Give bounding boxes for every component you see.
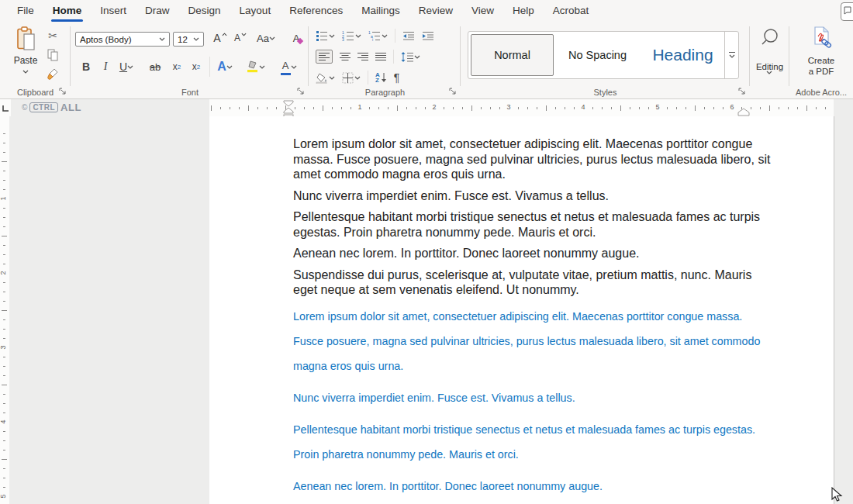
style-normal[interactable]: Normal	[471, 34, 554, 76]
menu-tab-layout[interactable]: Layout	[230, 0, 281, 22]
ruler-tick	[3, 357, 5, 357]
subscript-button[interactable]: x2	[169, 57, 185, 76]
show-hide-marks-button[interactable]: ¶	[394, 71, 400, 84]
sort-button[interactable]: AZ	[375, 72, 387, 83]
format-painter-button[interactable]	[45, 67, 60, 82]
menu-tab-design[interactable]: Design	[179, 0, 230, 22]
ruler-number: 3	[505, 103, 513, 111]
menu-tab-view[interactable]: View	[462, 0, 503, 22]
ruler-tick	[639, 107, 640, 109]
menu-tab-help[interactable]: Help	[503, 0, 544, 22]
font-name-combo[interactable]: Aptos (Body)	[75, 32, 170, 47]
shrink-font-button[interactable]: A	[231, 29, 250, 47]
ruler-tick	[3, 413, 5, 413]
styles-gallery: NormalNo SpacingHeading	[468, 31, 739, 79]
align-right-button[interactable]	[357, 52, 368, 61]
justify-button[interactable]	[375, 52, 386, 61]
bullet-list-icon	[316, 30, 328, 41]
paragraph-line: massa. Fusce posuere, magna sed pulvinar…	[293, 152, 766, 167]
chevron-down-icon	[766, 71, 772, 74]
underline-glyph: U	[119, 60, 127, 73]
borders-button[interactable]	[342, 72, 361, 84]
ruler-number: 1	[356, 103, 364, 111]
paint-bucket-icon	[316, 72, 328, 84]
menu-tab-references[interactable]: References	[280, 0, 352, 22]
ruler-tick	[3, 143, 5, 143]
paragraph: Suspendisse dui purus, scelerisque at, v…	[293, 268, 766, 298]
paragraph: Aenean nec lorem. In porttitor. Donec la…	[293, 474, 766, 499]
copy-button[interactable]	[45, 47, 60, 63]
ctrl-all-watermark: © CTRL ALL	[22, 102, 81, 113]
document-page[interactable]: Lorem ipsum dolor sit amet, consectetuer…	[209, 116, 834, 504]
paste-button[interactable]: Paste	[8, 26, 43, 84]
ruler-tick	[797, 107, 798, 109]
menu-tab-insert[interactable]: Insert	[91, 0, 136, 22]
superscript-button[interactable]: x2	[188, 57, 204, 76]
ruler-tick	[741, 107, 742, 109]
multilevel-list-button[interactable]: 1 a i	[368, 30, 388, 41]
menu-tab-draw[interactable]: Draw	[136, 0, 179, 22]
font-dialog-launcher[interactable]	[297, 88, 305, 95]
cut-button[interactable]: ✂	[45, 28, 60, 43]
font-color-button[interactable]: A	[276, 57, 301, 76]
menu-tab-review[interactable]: Review	[409, 0, 462, 22]
style-no-spacing[interactable]: No Spacing	[556, 34, 639, 76]
bold-button[interactable]: B	[79, 57, 93, 76]
chevron-down-icon	[22, 70, 29, 74]
highlight-color-button[interactable]	[243, 57, 268, 76]
menu-tab-home[interactable]: Home	[43, 0, 92, 22]
decrease-indent-button[interactable]	[402, 31, 415, 40]
editing-button[interactable]: Editing	[750, 28, 789, 82]
change-case-button[interactable]: Aa	[254, 29, 278, 47]
create-pdf-button[interactable]: Create a PDF	[789, 26, 853, 84]
ruler-tick	[341, 107, 342, 109]
tab-selector[interactable]	[0, 99, 11, 116]
ruler-tick	[3, 171, 5, 171]
superscript-2: 2	[197, 64, 200, 71]
line-spacing-button[interactable]	[401, 52, 420, 62]
numbering-button[interactable]: 1 2 3	[342, 30, 361, 41]
ruler-tick	[546, 105, 547, 111]
ruler-tick	[3, 189, 5, 190]
grow-font-button[interactable]: A	[211, 29, 230, 47]
italic-button[interactable]: I	[99, 57, 112, 76]
ruler-tick	[304, 107, 305, 109]
increase-indent-button[interactable]	[422, 31, 434, 40]
style-heading[interactable]: Heading	[641, 34, 724, 76]
clear-formatting-button[interactable]: A	[288, 29, 307, 47]
align-center-button[interactable]	[340, 52, 351, 61]
strikethrough-button[interactable]: ab	[147, 57, 164, 76]
underline-button[interactable]: U	[116, 57, 136, 76]
chevron-down-icon	[355, 34, 361, 38]
chevron-down-icon	[414, 55, 420, 59]
text-effects-button[interactable]: A	[214, 57, 236, 76]
menu-tab-acrobat[interactable]: Acrobat	[544, 0, 599, 22]
menu-tab-file[interactable]: File	[8, 0, 43, 22]
group-paragraph: 1 2 3 1 a i	[309, 22, 461, 98]
ruler-tick	[806, 105, 807, 111]
styles-dialog-launcher[interactable]	[738, 88, 746, 95]
gallery-more-bar	[729, 52, 735, 54]
paragraph-dialog-launcher[interactable]	[449, 88, 457, 95]
menu-tab-mailings[interactable]: Mailings	[352, 0, 409, 22]
horizontal-ruler[interactable]: 123456 © CTRL ALL	[0, 99, 853, 116]
comment-button[interactable]	[841, 2, 853, 21]
chevron-down-icon	[193, 37, 199, 41]
flag-icon	[844, 6, 853, 16]
bullets-button[interactable]	[316, 30, 335, 41]
ruler-tick	[751, 107, 751, 109]
scissors-icon: ✂	[48, 29, 57, 42]
ruler-tick	[267, 107, 268, 109]
vertical-ruler[interactable]: 12345	[0, 116, 9, 504]
clipboard-dialog-launcher[interactable]	[59, 88, 67, 95]
ruler-tick	[211, 105, 212, 111]
ctrl-badge: CTRL	[29, 102, 58, 112]
styles-gallery-more-button[interactable]	[724, 32, 738, 78]
ruler-tick	[2, 236, 7, 236]
document-text[interactable]: Lorem ipsum dolor sit amet, consectetuer…	[293, 136, 766, 504]
align-left-button[interactable]	[316, 50, 333, 64]
ruler-number: 5	[654, 103, 661, 111]
shading-button[interactable]	[316, 72, 335, 84]
ruler-tick	[3, 226, 5, 227]
font-size-combo[interactable]: 12	[173, 32, 204, 47]
